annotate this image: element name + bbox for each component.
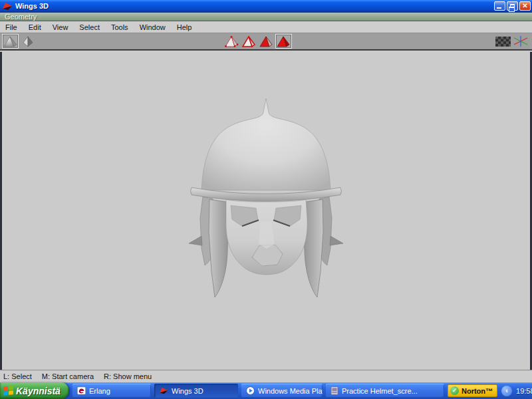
norton-label: Norton™ [462, 387, 493, 395]
hide-icons-chevron-icon[interactable]: ‹ [501, 386, 512, 396]
start-label: Käynnistä [16, 386, 61, 396]
view-toggle-group [495, 34, 529, 49]
smooth-shading-icon[interactable] [2, 34, 19, 49]
minimize-button[interactable] [494, 1, 505, 11]
menu-file[interactable]: File [5, 23, 17, 31]
task-items: Erlang Wings 3D Windows Media Player Pra… [72, 384, 448, 398]
geometry-label: Geometry [5, 13, 37, 21]
taskbar-item-label: Wings 3D [172, 387, 203, 395]
window-title: Wings 3D [15, 2, 493, 10]
menu-window[interactable]: Window [140, 23, 166, 31]
geometry-window-header[interactable]: Geometry [0, 12, 532, 21]
status-middle-mouse: M: Start camera [42, 372, 94, 380]
menu-view[interactable]: View [53, 23, 68, 31]
media-player-icon [246, 386, 255, 395]
menubar: File Edit View Select Tools Window Help [0, 21, 532, 33]
windows-flag-icon [3, 386, 13, 396]
vertex-select-mode-icon[interactable] [223, 34, 240, 49]
start-button[interactable]: Käynnistä [0, 382, 68, 399]
system-tray: ✓ Norton™ ‹ 19:58 [448, 384, 532, 397]
statusbar: L: Select M: Start camera R: Show menu [0, 370, 532, 382]
geometry-viewport[interactable] [0, 52, 532, 370]
menu-select[interactable]: Select [79, 23, 100, 31]
taskbar: Käynnistä Erlang Wings 3D Windows Media … [0, 382, 532, 399]
edge-select-mode-icon[interactable] [241, 34, 257, 49]
status-right-mouse: R: Show menu [104, 372, 152, 380]
image-file-icon [331, 386, 338, 395]
menu-tools[interactable]: Tools [111, 23, 128, 31]
desktop: Wings 3D ✕ Geometry File Edit View Selec… [0, 0, 532, 399]
titlebar: Wings 3D ✕ [0, 0, 532, 12]
body-select-mode-icon[interactable] [275, 34, 292, 49]
viewport-canvas[interactable] [2, 52, 530, 370]
face-select-mode-icon[interactable] [258, 34, 275, 49]
taskbar-item-label: Practice Helmet_scre... [342, 387, 418, 395]
erlang-icon [77, 386, 86, 395]
menu-edit[interactable]: Edit [29, 23, 41, 31]
restore-button[interactable] [507, 1, 518, 11]
toolbar [0, 33, 532, 51]
flat-shading-icon[interactable] [19, 34, 36, 49]
helmet-model[interactable] [189, 98, 343, 297]
taskbar-item-label: Erlang [89, 387, 110, 395]
minimize-icon [497, 7, 501, 9]
wings3d-logo-icon [2, 2, 13, 11]
selection-mode-group [223, 34, 293, 49]
axes-icon[interactable] [512, 34, 529, 49]
taskbar-item-label: Windows Media Player [258, 387, 323, 395]
status-left-mouse: L: Select [3, 372, 32, 380]
taskbar-clock[interactable]: 19:58 [516, 387, 532, 395]
norton-check-icon: ✓ [450, 386, 459, 395]
taskbar-item-wings3d[interactable]: Wings 3D [154, 384, 238, 398]
taskbar-item-wmp[interactable]: Windows Media Player [241, 384, 323, 398]
restore-icon [510, 4, 515, 8]
menu-help[interactable]: Help [177, 23, 192, 31]
shading-toggle-group [2, 34, 37, 49]
wings3d-logo-icon [159, 387, 168, 394]
taskbar-item-erlang[interactable]: Erlang [72, 384, 151, 398]
taskbar-item-practice-helmet[interactable]: Practice Helmet_scre... [326, 384, 444, 398]
ground-plane-icon[interactable] [495, 34, 511, 49]
close-icon: ✕ [522, 2, 527, 9]
close-button[interactable]: ✕ [519, 1, 531, 11]
norton-tray-badge[interactable]: ✓ Norton™ [448, 384, 497, 397]
